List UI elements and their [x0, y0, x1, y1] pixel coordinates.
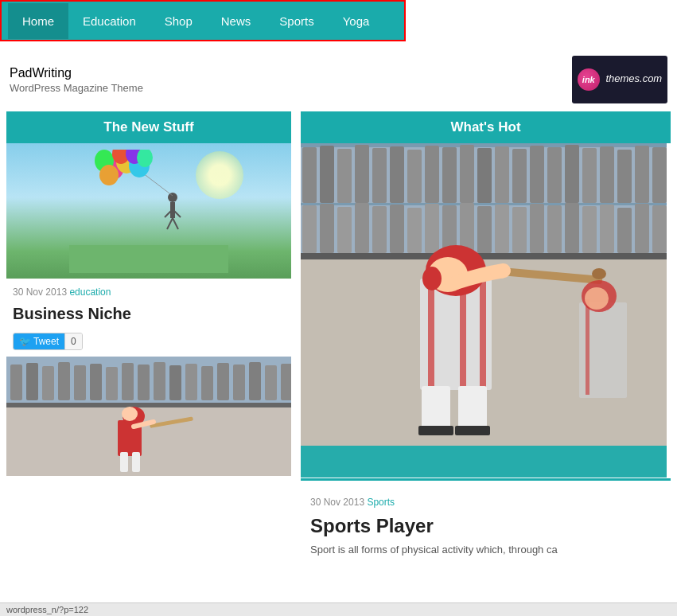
left-column: The New Stuff	[6, 111, 291, 568]
nav-education[interactable]: Education	[68, 3, 150, 39]
baseball-svg-left	[6, 357, 291, 476]
svg-rect-31	[217, 363, 229, 400]
svg-rect-48	[302, 147, 317, 203]
nav-shop[interactable]: Shop	[150, 3, 207, 39]
svg-rect-62	[547, 147, 562, 203]
right-article1-category: Sports	[367, 497, 395, 508]
svg-rect-87	[600, 205, 614, 253]
svg-rect-27	[154, 362, 165, 400]
svg-rect-83	[530, 204, 544, 253]
nav-home[interactable]: Home	[8, 3, 68, 39]
sun-decoration	[196, 151, 243, 199]
article1-image	[6, 143, 291, 279]
svg-rect-76	[407, 208, 422, 253]
svg-point-110	[585, 287, 609, 310]
svg-rect-32	[233, 365, 245, 400]
ink-circle-icon: ink	[578, 68, 600, 91]
svg-rect-64	[582, 148, 597, 203]
svg-rect-26	[138, 365, 150, 400]
svg-rect-71	[320, 204, 334, 253]
svg-rect-50	[337, 149, 352, 203]
svg-rect-29	[185, 364, 197, 400]
svg-rect-94	[428, 279, 434, 390]
logo-pad: Pad	[10, 66, 32, 80]
svg-rect-23	[90, 364, 102, 400]
svg-rect-74	[372, 206, 387, 253]
svg-rect-34	[265, 365, 277, 400]
svg-rect-33	[249, 362, 261, 400]
svg-rect-65	[600, 146, 614, 203]
svg-rect-36	[6, 404, 291, 476]
svg-rect-19	[26, 363, 38, 400]
svg-rect-54	[407, 150, 422, 203]
nav-sports[interactable]: Sports	[265, 3, 328, 39]
svg-line-6	[173, 218, 178, 229]
nav-news[interactable]: News	[207, 3, 266, 39]
tweet-count: 0	[64, 333, 82, 349]
svg-point-102	[490, 266, 509, 279]
article1-category: education	[69, 287, 111, 298]
excerpt-text: Sport is all forms of physical activity …	[310, 544, 558, 556]
svg-rect-21	[58, 362, 70, 400]
tweet-button[interactable]: 🐦 Tweet 0	[13, 333, 83, 350]
svg-rect-66	[617, 150, 632, 203]
svg-rect-111	[301, 446, 667, 478]
nav-yoga[interactable]: Yoga	[329, 3, 384, 39]
twitter-bird-icon: 🐦	[19, 336, 31, 347]
right-article1-excerpt: Sport is all forms of physical activity …	[301, 544, 671, 563]
svg-rect-105	[418, 426, 453, 435]
article2-image	[6, 357, 291, 476]
main-navigation: Home Education Shop News Sports Yoga	[0, 0, 406, 41]
article1-title[interactable]: Business Niche	[6, 302, 291, 329]
svg-rect-70	[302, 205, 317, 253]
right-article-info: 30 Nov 2013 Sports Sports Player Sport i…	[301, 478, 671, 568]
svg-rect-82	[512, 207, 527, 253]
svg-rect-37	[6, 403, 291, 407]
svg-rect-51	[355, 145, 369, 203]
svg-rect-104	[458, 386, 487, 430]
svg-rect-89	[635, 204, 649, 253]
svg-rect-77	[425, 204, 439, 253]
svg-point-1	[168, 193, 177, 202]
svg-rect-81	[495, 205, 509, 253]
svg-rect-25	[122, 363, 134, 400]
right-article1-title[interactable]: Sports Player	[301, 512, 671, 544]
svg-rect-35	[281, 364, 291, 400]
svg-rect-20	[42, 366, 54, 400]
svg-rect-53	[390, 146, 404, 203]
svg-line-5	[167, 218, 173, 229]
baseball-main-svg	[301, 143, 667, 478]
right-article1-meta: 30 Nov 2013 Sports	[301, 489, 671, 512]
svg-rect-24	[106, 367, 118, 400]
svg-rect-59	[495, 146, 509, 203]
svg-rect-108	[586, 299, 589, 395]
svg-rect-86	[582, 206, 597, 253]
svg-rect-106	[455, 426, 490, 435]
svg-rect-68	[652, 147, 667, 203]
site-tagline: WordPress Magazine Theme	[10, 82, 143, 94]
right-column: What's Hot	[301, 111, 671, 568]
svg-rect-18	[10, 365, 22, 400]
svg-rect-60	[512, 149, 527, 203]
site-logo[interactable]: PadWriting	[10, 66, 143, 80]
svg-point-40	[122, 407, 138, 421]
svg-rect-72	[337, 207, 352, 253]
tweet-label: Tweet	[33, 336, 59, 347]
svg-rect-61	[530, 146, 544, 203]
svg-rect-90	[652, 205, 667, 253]
ink-themes-badge: ink themes.com	[572, 56, 667, 103]
svg-rect-85	[565, 203, 579, 253]
svg-rect-84	[547, 205, 562, 253]
site-logo-area: PadWriting WordPress Magazine Theme	[10, 66, 143, 94]
svg-rect-88	[617, 208, 632, 253]
right-article1-date: 30 Nov 2013	[310, 497, 364, 508]
article1-meta: 30 Nov 2013 education	[6, 279, 291, 302]
svg-rect-57	[460, 145, 474, 203]
svg-rect-80	[477, 206, 492, 253]
svg-rect-52	[372, 148, 387, 203]
svg-rect-22	[74, 365, 86, 400]
svg-rect-103	[422, 386, 450, 430]
right-article-area: 30 Nov 2013 Sports Sports Player Sport i…	[301, 143, 671, 568]
svg-rect-43	[120, 452, 128, 472]
content-area: The New Stuff	[0, 111, 677, 568]
